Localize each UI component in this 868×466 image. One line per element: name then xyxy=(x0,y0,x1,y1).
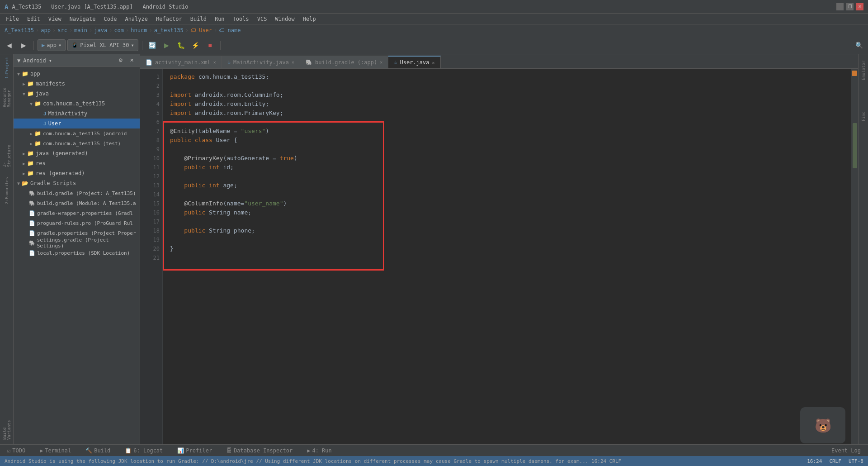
tree-item-label: com.hnucm.a_test135 (test) xyxy=(43,141,121,147)
tab-run[interactable]: ▶ 4: Run xyxy=(303,447,335,455)
tree-mainactivity[interactable]: J MainActivity xyxy=(14,109,140,119)
tree-gradle-scripts[interactable]: ▼ 📂 Gradle Scripts xyxy=(14,178,140,188)
tab-database-inspector[interactable]: 🗄 Database Inspector xyxy=(223,447,296,455)
tab-mainactivity-java[interactable]: ☕ MainActivity.java ✕ xyxy=(222,56,300,68)
tree-build-gradle-module[interactable]: 🐘 build.gradle (Module: A_Test135.a xyxy=(14,198,140,208)
menu-vcs[interactable]: VCS xyxy=(254,15,271,23)
tab-label: MainActivity.java xyxy=(233,59,289,66)
resource-manager-icon[interactable]: Resource Manager xyxy=(1,80,13,107)
breadcrumb-app[interactable]: app xyxy=(41,27,51,33)
tree-com-test[interactable]: ▶ 📁 com.hnucm.a_test135 (test) xyxy=(14,138,140,148)
tree-item-label: MainActivity xyxy=(48,110,88,117)
folder-icon: 📁 xyxy=(27,81,34,87)
menu-analyze[interactable]: Analyze xyxy=(121,15,151,23)
toolbar: ◀ ▶ ▶ app ▾ 📱 Pixel XL API 30 ▾ 🔄 ▶ 🐛 ⚡ … xyxy=(0,36,868,54)
expand-arrow-icon: ▼ xyxy=(23,91,25,96)
line-num: 7 xyxy=(143,127,160,136)
tree-local-props[interactable]: 📄 local.properties (SDK Location) xyxy=(14,248,140,258)
tab-close-icon[interactable]: ✕ xyxy=(380,60,382,65)
menu-build[interactable]: Build xyxy=(187,15,210,23)
tab-activity-main-xml[interactable]: 📄 activity_main.xml ✕ xyxy=(140,56,222,68)
tree-java[interactable]: ▼ 📁 java xyxy=(14,89,140,99)
breadcrumb-src[interactable]: src xyxy=(57,27,67,33)
tree-gradle-props[interactable]: 📄 gradle.properties (Project Proper xyxy=(14,228,140,238)
menu-file[interactable]: File xyxy=(2,15,23,23)
folder-icon: 📁 xyxy=(22,71,28,77)
sync-btn[interactable]: 🔄 xyxy=(146,39,159,52)
toolbar-app-dropdown[interactable]: ▶ app ▾ xyxy=(38,39,66,51)
dropdown-chevron-icon: ▾ xyxy=(49,57,52,64)
tab-close-icon[interactable]: ✕ xyxy=(432,60,435,65)
profile-btn[interactable]: ⚡ xyxy=(189,39,202,52)
breadcrumb-com[interactable]: com xyxy=(114,27,124,33)
line-num: 20 xyxy=(143,244,160,253)
project-close-btn[interactable]: ✕ xyxy=(127,56,136,65)
tree-java-gen[interactable]: ▶ 📁 java (generated) xyxy=(14,148,140,158)
gradle-folder-icon: 📂 xyxy=(22,180,28,186)
menu-edit[interactable]: Edit xyxy=(24,15,44,23)
device-icon: 📱 xyxy=(71,42,78,48)
search-btn[interactable]: 🔍 xyxy=(853,39,865,52)
tree-manifests[interactable]: ▶ 📁 manifests xyxy=(14,79,140,89)
tab-todo[interactable]: ☑ TODO xyxy=(4,447,29,455)
tree-build-gradle-project[interactable]: 🐘 build.gradle (Project: A_Test135) xyxy=(14,188,140,198)
run-btn[interactable]: ▶ xyxy=(160,39,173,52)
stop-btn[interactable]: ■ xyxy=(204,39,217,52)
code-line-10: @PrimaryKey(autoGenerate = true) xyxy=(170,154,844,163)
menu-tools[interactable]: Tools xyxy=(229,15,253,23)
tab-label: 6: Logcat xyxy=(133,447,163,454)
tree-res-gen[interactable]: ▶ 📁 res (generated) xyxy=(14,168,140,178)
tree-res[interactable]: ▶ 📁 res xyxy=(14,158,140,168)
tree-app[interactable]: ▼ 📁 app xyxy=(14,69,140,79)
menu-window[interactable]: Window xyxy=(271,15,298,23)
toolbar-forward-btn[interactable]: ▶ xyxy=(17,39,30,52)
breadcrumb-project[interactable]: A_Test135 xyxy=(5,27,34,33)
breadcrumb-atest135[interactable]: a_test135 xyxy=(154,27,184,33)
code-line-4: import androidx.room.Entity; xyxy=(170,100,844,109)
breadcrumb-hnucm[interactable]: hnucm xyxy=(131,27,147,33)
minimize-button[interactable]: — xyxy=(836,3,844,10)
tree-com-hnucm[interactable]: ▼ 📁 com.hnucm.a_test135 xyxy=(14,99,140,109)
tab-logcat[interactable]: 📋 6: Logcat xyxy=(121,447,166,455)
tab-close-icon[interactable]: ✕ xyxy=(213,60,216,65)
project-tree: ▼ 📁 app ▶ 📁 manifests ▼ 📁 java ▼ 📁 com.h… xyxy=(14,67,140,444)
menu-refactor[interactable]: Refactor xyxy=(152,15,186,23)
tree-proguard[interactable]: 📄 proguard-rules.pro (ProGuard Rul xyxy=(14,218,140,228)
breadcrumb-name[interactable]: 🏷 name xyxy=(219,27,241,33)
tab-build[interactable]: 🔨 Build xyxy=(82,447,114,455)
breadcrumb-user[interactable]: 🏷 User xyxy=(190,27,212,33)
build-variants-icon[interactable]: Build Variants xyxy=(1,408,13,440)
tree-gradle-wrapper[interactable]: 📄 gradle-wrapper.properties (Gradl xyxy=(14,208,140,218)
emulator-panel-icon[interactable]: Emulator xyxy=(859,57,868,84)
breadcrumb-java[interactable]: java xyxy=(94,27,107,33)
tab-terminal[interactable]: ▶ Terminal xyxy=(36,447,75,455)
menu-run[interactable]: Run xyxy=(211,15,228,23)
toolbar-sep1 xyxy=(33,41,34,50)
structure-icon[interactable]: Z-Structure xyxy=(1,144,13,167)
tree-user[interactable]: J User xyxy=(14,119,140,128)
debug-btn[interactable]: 🐛 xyxy=(175,39,188,52)
tab-user-java[interactable]: ☕ User.java ✕ xyxy=(388,56,440,68)
code-content[interactable]: package com.hnucm.a_test135; import andr… xyxy=(163,69,851,444)
maximize-button[interactable]: ❐ xyxy=(846,3,854,10)
crlf-indicator: CRLF xyxy=(829,458,841,464)
menu-view[interactable]: View xyxy=(45,15,65,23)
menu-navigate[interactable]: Navigate xyxy=(66,15,99,23)
close-button[interactable]: ✕ xyxy=(856,3,863,10)
breadcrumb-main[interactable]: main xyxy=(74,27,87,33)
toolbar-back-btn[interactable]: ◀ xyxy=(3,39,15,52)
toolbar-device-dropdown[interactable]: 📱 Pixel XL API 30 ▾ xyxy=(67,39,138,51)
tab-close-icon[interactable]: ✕ xyxy=(292,60,294,65)
tab-profiler[interactable]: 📊 Profiler xyxy=(174,447,216,455)
menu-code[interactable]: Code xyxy=(100,15,121,23)
code-line-13: public int age; xyxy=(170,181,844,190)
tab-build-gradle[interactable]: 🐘 build.gradle (:app) ✕ xyxy=(300,56,388,68)
line-num: 8 xyxy=(143,136,160,145)
project-icon[interactable]: 1:Project xyxy=(1,57,13,79)
favorites-icon[interactable]: 2:Favorites xyxy=(1,177,13,204)
tree-settings-gradle[interactable]: 🐘 settings.gradle (Project Settings) xyxy=(14,238,140,248)
tree-com-android[interactable]: ▶ 📁 com.hnucm.a_test135 (android xyxy=(14,128,140,138)
find-panel-icon[interactable]: Find xyxy=(859,103,868,130)
menu-help[interactable]: Help xyxy=(299,15,320,23)
project-gear-btn[interactable]: ⚙ xyxy=(116,56,125,65)
